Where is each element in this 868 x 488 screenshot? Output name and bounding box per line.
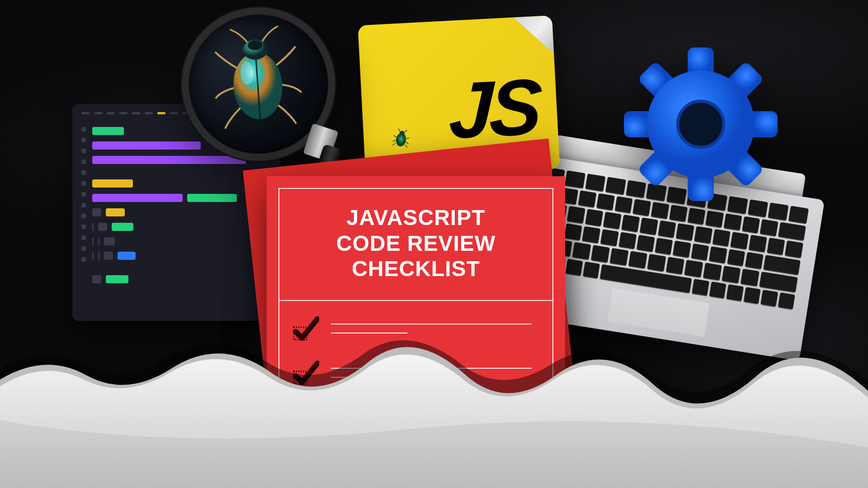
page-fold-icon [514, 15, 554, 56]
torn-paper-edge [0, 307, 868, 488]
checklist-title-line: JAVASCRIPT [347, 206, 486, 230]
small-bug-icon [390, 126, 412, 150]
checklist-title: JAVASCRIPT CODE REVIEW CHECKLIST [279, 189, 552, 301]
bug-icon [209, 24, 307, 134]
checklist-title-line: CHECKLIST [352, 257, 480, 281]
checklist-title-line: CODE REVIEW [336, 231, 495, 255]
gear-icon [624, 47, 778, 201]
